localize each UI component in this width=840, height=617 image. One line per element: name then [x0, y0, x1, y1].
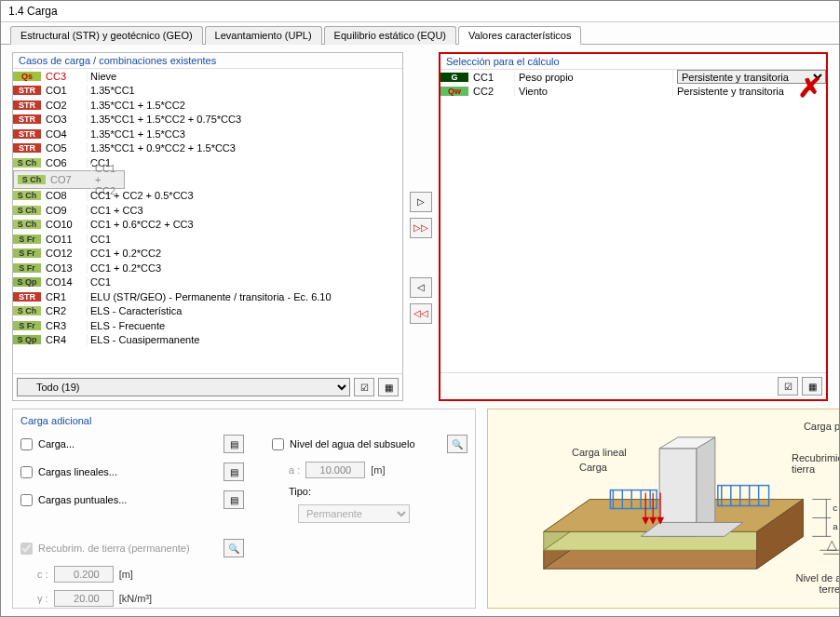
row-tag: S Fr	[13, 263, 41, 273]
row-desc: CC1 + 0.6*CC2 + CC3	[87, 219, 402, 230]
row-duration[interactable]: Persistente y transitoria	[672, 70, 826, 84]
row-tag: S Fr	[13, 235, 41, 244]
load-row[interactable]: S FrCO12CC1 + 0.2*CC2	[13, 247, 402, 262]
carga-edit-button[interactable]: ▤	[224, 435, 244, 453]
lineales-checkbox[interactable]	[20, 466, 33, 478]
a-label: a :	[289, 464, 300, 476]
selection-panel: Selección para el cálculo GCC1Peso propi…	[439, 52, 828, 401]
tab-str-geo[interactable]: Estructural (STR) y geotécnico (GEO)	[10, 26, 203, 45]
row-desc: ELS - Cuasipermanente	[87, 334, 402, 345]
row-tag: S Qp	[13, 335, 41, 344]
load-row[interactable]: S ChCO8CC1 + CC2 + 0.5*CC3	[13, 189, 402, 204]
row-desc: ELS - Frecuente	[87, 320, 402, 331]
row-code: CO6	[42, 157, 87, 168]
additional-load-title: Carga adicional	[20, 413, 467, 428]
selection-title: Selección para el cálculo	[440, 54, 826, 69]
load-row[interactable]: S ChCO9CC1 + CC3	[13, 203, 402, 218]
a-unit: [m]	[371, 464, 385, 476]
row-code: CO7	[47, 174, 91, 185]
recubrim-pick-button[interactable]: 🔍	[224, 539, 244, 557]
row-desc: Nieve	[87, 71, 402, 82]
load-row[interactable]: S QpCO14CC1	[13, 275, 402, 290]
load-row[interactable]: STRCR1ELU (STR/GEO) - Permanente / trans…	[13, 289, 402, 304]
carga-label: Carga...	[38, 438, 218, 449]
load-row[interactable]: S FrCO13CC1 + 0.2*CC3	[13, 261, 402, 275]
selection-row[interactable]: GCC1Peso propioPersistente y transitoria	[440, 70, 826, 85]
grid-button[interactable]: ▦	[378, 378, 399, 396]
diagram-label-recubrimiento: Recubrimiento de tierra	[792, 452, 839, 475]
diagram-label-carga: Carga	[579, 462, 607, 473]
lineales-edit-button[interactable]: ▤	[224, 463, 244, 481]
row-tag: S Ch	[13, 220, 41, 229]
row-desc: 1.35*CC1 + 0.9*CC2 + 1.5*CC3	[87, 142, 402, 154]
row-desc: 1.35*CC1 + 1.5*CC2 + 0.75*CC3	[87, 114, 402, 125]
svg-marker-9	[641, 522, 742, 536]
row-code: CO14	[42, 276, 87, 288]
check-all-button[interactable]: ☑	[354, 378, 374, 396]
row-code: CR4	[42, 334, 87, 345]
duration-select[interactable]: Persistente y transitoria	[677, 70, 826, 84]
svg-text:a: a	[833, 521, 838, 531]
load-row[interactable]: QsCC3Nieve	[13, 69, 402, 84]
move-all-left-button[interactable]: ◁◁	[410, 303, 432, 324]
grid-right-button[interactable]: ▦	[802, 377, 822, 396]
row-desc: 1.35*CC1 + 1.5*CC2	[87, 100, 402, 111]
row-code: CO10	[42, 219, 87, 230]
move-right-button[interactable]: ▷	[410, 192, 432, 212]
row-desc: Peso propio	[514, 72, 672, 83]
row-desc: 1.35*CC1	[87, 85, 402, 96]
c-unit: [m]	[119, 569, 133, 580]
lineales-label: Cargas lineales...	[38, 466, 218, 477]
row-tag: S Ch	[18, 175, 46, 184]
row-duration: Persistente y transitoria	[672, 86, 826, 97]
load-row[interactable]: S FrCR3ELS - Frecuente	[13, 318, 402, 333]
carga-checkbox[interactable]	[20, 438, 33, 450]
svg-marker-35	[827, 541, 836, 550]
load-row[interactable]: STRCO41.35*CC1 + 1.5*CC3	[13, 127, 402, 141]
move-left-button[interactable]: ◁	[410, 277, 432, 298]
svg-text:c: c	[833, 503, 837, 513]
row-tag: S Fr	[13, 321, 41, 330]
load-row[interactable]: STRCO21.35*CC1 + 1.5*CC2	[13, 98, 402, 113]
existing-loads-list[interactable]: QsCC3NieveSTRCO11.35*CC1STRCO21.35*CC1 +…	[13, 68, 402, 373]
selection-row[interactable]: QwCC2VientoPersistente y transitoria	[440, 85, 826, 100]
row-tag: S Ch	[13, 158, 41, 168]
load-row[interactable]: S ChCO6CC1	[13, 155, 402, 170]
tipo-select: Permanente	[298, 504, 410, 523]
tab-upl[interactable]: Levantamiento (UPL)	[205, 26, 322, 45]
filter-select[interactable]: Todo (19)	[17, 378, 350, 396]
load-row[interactable]: S ChCO10CC1 + 0.6*CC2 + CC3	[13, 218, 402, 233]
load-row[interactable]: S ChCO7CC1 + CC2	[13, 170, 125, 189]
row-code: CR3	[42, 320, 87, 331]
recubrim-label: Recubrim. de tierra (permanente)	[38, 543, 218, 554]
top-row: Casos de carga / combinaciones existente…	[12, 52, 828, 401]
check-all-right-button[interactable]: ☑	[778, 377, 798, 396]
left-footer: Todo (19) ☑ ▦	[13, 373, 402, 400]
load-row[interactable]: STRCO51.35*CC1 + 0.9*CC2 + 1.5*CC3	[13, 141, 402, 156]
nivel-pick-button[interactable]: 🔍	[447, 435, 467, 453]
row-tag: S Ch	[13, 306, 41, 315]
row-code: CO13	[42, 262, 87, 274]
load-row[interactable]: S QpCR4ELS - Cuasipermanente	[13, 333, 402, 348]
tab-equ[interactable]: Equilibrio estático (EQU)	[324, 26, 456, 45]
load-row[interactable]: STRCO31.35*CC1 + 1.5*CC2 + 0.75*CC3	[13, 113, 402, 127]
load-row[interactable]: S FrCO11CC1	[13, 232, 402, 247]
foundation-diagram: c a	[488, 409, 839, 608]
row-tag: S Qp	[13, 277, 41, 287]
c-label: c :	[37, 569, 48, 580]
puntuales-label: Cargas puntuales...	[38, 494, 218, 505]
existing-loads-title: Casos de carga / combinaciones existente…	[13, 53, 402, 68]
existing-loads-panel: Casos de carga / combinaciones existente…	[12, 52, 403, 401]
puntuales-checkbox[interactable]	[20, 494, 33, 506]
nivel-checkbox[interactable]	[272, 438, 284, 450]
move-all-right-button[interactable]: ▷▷	[410, 218, 432, 238]
row-tag: STR	[13, 292, 41, 302]
row-code: CO9	[42, 205, 87, 216]
row-code: CO12	[42, 248, 87, 259]
puntuales-edit-button[interactable]: ▤	[224, 490, 244, 509]
diagram-label-lineal: Carga lineal	[572, 447, 627, 458]
load-row[interactable]: STRCO11.35*CC1	[13, 84, 402, 99]
tab-characteristic[interactable]: Valores característicos	[458, 26, 581, 45]
selection-list[interactable]: GCC1Peso propioPersistente y transitoria…	[440, 69, 826, 372]
load-row[interactable]: S ChCR2ELS - Característica	[13, 304, 402, 319]
